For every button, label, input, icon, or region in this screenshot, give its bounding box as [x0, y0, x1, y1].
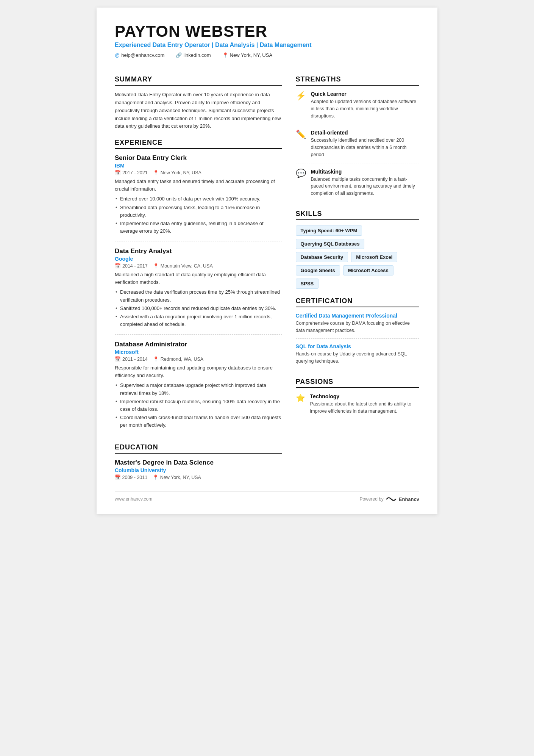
summary-title: SUMMARY — [115, 75, 282, 86]
edu-meta: 📅 2009 - 2011 📍 New York, NY, USA — [115, 474, 282, 480]
linkedin-contact: 🔗 linkedin.com — [176, 52, 211, 58]
cert-description: Hands-on course by Udacity covering adva… — [296, 351, 419, 369]
job-title: Data Entry Analyst — [115, 247, 282, 255]
certification-title: CERTIFICATION — [296, 297, 419, 307]
skill-tag: Microsoft Excel — [351, 252, 397, 262]
job-item: Senior Data Entry Clerk IBM 📅 2017 - 202… — [115, 154, 282, 241]
resume-container: PAYTON WEBSTER Experienced Data Entry Op… — [97, 8, 437, 514]
strength-description: Balanced multiple tasks concurrently in … — [311, 176, 419, 197]
right-column: STRENGTHS ⚡ Quick Learner Adapted to upd… — [296, 67, 419, 480]
strengths-section: STRENGTHS ⚡ Quick Learner Adapted to upd… — [296, 75, 419, 202]
job-years: 📅 2014 - 2017 — [115, 263, 148, 269]
company-name: Microsoft — [115, 349, 282, 355]
calendar-icon: 📅 — [115, 356, 121, 362]
pin-icon: 📍 — [153, 356, 159, 362]
email-icon: @ — [115, 52, 120, 58]
brand-name: Enhancv — [399, 496, 419, 502]
bullet-item: Assisted with a data migration project i… — [115, 313, 282, 328]
job-item: Data Entry Analyst Google 📅 2014 - 2017 … — [115, 247, 282, 335]
bullet-item: Coordinated with cross-functional teams … — [115, 414, 282, 429]
passion-icon-star: ⭐ — [296, 393, 306, 415]
bullet-item: Decreased the data verification process … — [115, 288, 282, 304]
skill-tag: Database Security — [296, 252, 348, 262]
passion-item: ⭐ Technology Passionate about the latest… — [296, 393, 419, 415]
experience-title: EXPERIENCE — [115, 139, 282, 149]
calendar-icon: 📅 — [115, 475, 121, 480]
job-bullets: Supervised a major database upgrade proj… — [115, 382, 282, 429]
job-meta: 📅 2014 - 2017 📍 Mountain View, CA, USA — [115, 263, 282, 269]
job-bullets: Decreased the data verification process … — [115, 288, 282, 328]
strength-title: Detail-oriented — [311, 130, 419, 136]
bullet-item: Sanitized 100,000+ records and reduced d… — [115, 305, 282, 312]
company-name: IBM — [115, 163, 282, 169]
linkedin-icon: 🔗 — [176, 52, 182, 58]
strength-icon-chat: 💬 — [296, 169, 306, 197]
strength-title: Multitasking — [311, 169, 419, 175]
contact-info: @ help@enhancv.com 🔗 linkedin.com 📍 New … — [115, 52, 419, 58]
bullet-item: Streamlined data processing tasks, leadi… — [115, 204, 282, 219]
company-name: Google — [115, 256, 282, 262]
job-description: Maintained a high standard of data quali… — [115, 271, 282, 286]
strength-icon-bolt: ⚡ — [296, 91, 306, 119]
cert-title: Certified Data Management Professional — [296, 313, 419, 319]
strength-item: 💬 Multitasking Balanced multiple tasks c… — [296, 169, 419, 202]
strength-item: ⚡ Quick Learner Adapted to updated versi… — [296, 91, 419, 124]
location-contact: 📍 New York, NY, USA — [222, 52, 272, 58]
skill-tag: Querying SQL Databases — [296, 239, 365, 249]
bullet-item: Entered over 10,000 units of data per we… — [115, 195, 282, 203]
bullet-item: Implemented robust backup routines, ensu… — [115, 398, 282, 413]
left-column: SUMMARY Motivated Data Entry Operator wi… — [115, 67, 282, 480]
skills-section: SKILLS Typing Speed: 60+ WPM Querying SQ… — [296, 210, 419, 289]
job-location: 📍 New York, NY, USA — [153, 170, 201, 175]
job-meta: 📅 2011 - 2014 📍 Redmond, WA, USA — [115, 356, 282, 362]
calendar-icon: 📅 — [115, 170, 121, 175]
pin-icon: 📍 — [153, 475, 159, 480]
skill-tag: Microsoft Access — [343, 265, 393, 275]
edu-school: Columbia University — [115, 467, 282, 473]
skills-title: SKILLS — [296, 210, 419, 220]
education-title: EDUCATION — [115, 443, 282, 454]
enhancv-logo-icon — [386, 496, 397, 502]
skill-tag: Typing Speed: 60+ WPM — [296, 225, 362, 236]
cert-description: Comprehensive course by DAMA focusing on… — [296, 320, 419, 339]
main-content: SUMMARY Motivated Data Entry Operator wi… — [115, 67, 419, 480]
strength-item: ✏️ Detail-oriented Successfully identifi… — [296, 130, 419, 163]
job-title: Database Administrator — [115, 341, 282, 348]
email-contact: @ help@enhancv.com — [115, 52, 164, 58]
job-item: Database Administrator Microsoft 📅 2011 … — [115, 341, 282, 435]
skills-grid: Typing Speed: 60+ WPM Querying SQL Datab… — [296, 225, 419, 289]
strength-description: Adapted to updated versions of database … — [311, 98, 419, 119]
edu-location: 📍 New York, NY, USA — [153, 474, 201, 480]
bullet-item: Supervised a major database upgrade proj… — [115, 382, 282, 397]
strengths-title: STRENGTHS — [296, 75, 419, 86]
education-section: EDUCATION Master's Degree in Data Scienc… — [115, 443, 282, 480]
strength-title: Quick Learner — [311, 91, 419, 97]
header: PAYTON WEBSTER Experienced Data Entry Op… — [115, 23, 419, 58]
pin-icon: 📍 — [153, 170, 159, 175]
strength-description: Successfully identified and rectified ov… — [311, 137, 419, 158]
powered-by-label: Powered by — [359, 496, 383, 502]
skill-tag: Google Sheets — [296, 265, 340, 275]
job-location: 📍 Mountain View, CA, USA — [153, 263, 213, 269]
summary-section: SUMMARY Motivated Data Entry Operator wi… — [115, 75, 282, 130]
job-meta: 📅 2017 - 2021 📍 New York, NY, USA — [115, 170, 282, 175]
strength-icon-pencil: ✏️ — [296, 130, 306, 158]
bullet-item: Implemented new data entry guidelines, r… — [115, 220, 282, 235]
pin-icon: 📍 — [153, 263, 159, 269]
footer-url: www.enhancv.com — [115, 496, 152, 502]
location-icon: 📍 — [222, 52, 228, 58]
skill-tag: SPSS — [296, 279, 319, 289]
experience-section: EXPERIENCE Senior Data Entry Clerk IBM 📅… — [115, 139, 282, 435]
cert-title: SQL for Data Analysis — [296, 343, 419, 349]
job-years: 📅 2017 - 2021 — [115, 170, 148, 175]
summary-text: Motivated Data Entry Operator with over … — [115, 91, 282, 130]
job-title: Senior Data Entry Clerk — [115, 154, 282, 162]
passions-section: PASSIONS ⭐ Technology Passionate about t… — [296, 378, 419, 415]
passion-title: Technology — [310, 393, 419, 399]
passion-description: Passionate about the latest tech and its… — [310, 401, 419, 415]
job-description: Managed data entry tasks and ensured tim… — [115, 178, 282, 193]
job-description: Responsible for maintaining and updating… — [115, 364, 282, 379]
job-years: 📅 2011 - 2014 — [115, 356, 148, 362]
edu-degree: Master's Degree in Data Science — [115, 459, 282, 466]
edu-years: 📅 2009 - 2011 — [115, 474, 147, 480]
